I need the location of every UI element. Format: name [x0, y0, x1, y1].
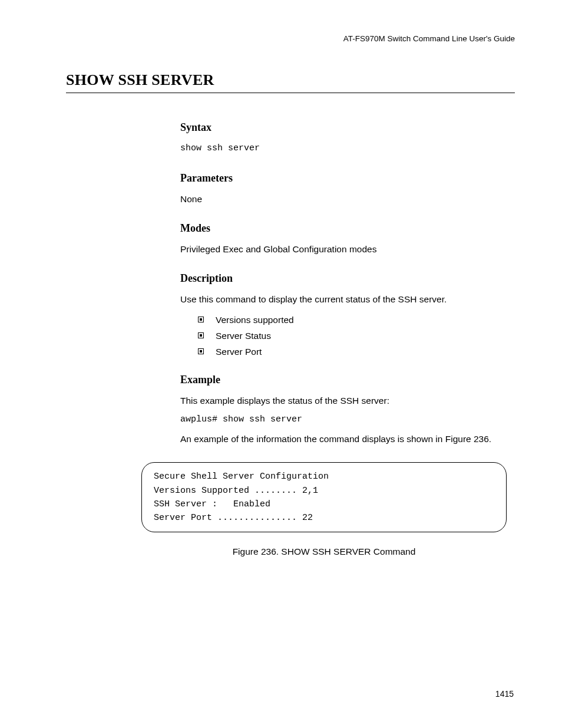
section-heading-parameters: Parameters: [180, 172, 515, 185]
list-item: Server Status: [198, 331, 515, 341]
bullet-text: Server Port: [216, 347, 262, 357]
section-heading-example: Example: [180, 374, 515, 386]
bullet-icon: [198, 348, 204, 354]
description-bullet-list: Versions supported Server Status Server …: [198, 315, 515, 357]
page: AT-FS970M Switch Command Line User's Gui…: [0, 0, 562, 728]
list-item: Server Port: [198, 347, 515, 357]
figure-caption: Figure 236. SHOW SSH SERVER Command: [141, 546, 507, 557]
page-title: SHOW SSH SERVER: [66, 71, 515, 93]
example-command: awplus# show ssh server: [180, 413, 515, 427]
figure-output-box: Secure Shell Server Configuration Versio…: [141, 462, 507, 532]
parameters-text: None: [180, 193, 515, 206]
content-body: Syntax show ssh server Parameters None M…: [180, 121, 515, 446]
output-line: SSH Server : Enabled: [154, 498, 494, 511]
bullet-icon: [198, 317, 204, 322]
syntax-command: show ssh server: [180, 142, 515, 156]
description-intro: Use this command to display the current …: [180, 293, 515, 306]
modes-text: Privileged Exec and Global Configuration…: [180, 243, 515, 256]
bullet-text: Versions supported: [216, 315, 294, 325]
figure-container: Secure Shell Server Configuration Versio…: [141, 462, 515, 557]
output-line: Versions Supported ........ 2,1: [154, 484, 494, 498]
example-outro: An example of the information the comman…: [180, 433, 515, 446]
list-item: Versions supported: [198, 315, 515, 325]
page-number: 1415: [495, 689, 514, 699]
section-heading-modes: Modes: [180, 222, 515, 235]
section-heading-description: Description: [180, 272, 515, 285]
output-line: Server Port ............... 22: [154, 511, 494, 525]
bullet-text: Server Status: [216, 331, 271, 341]
section-heading-syntax: Syntax: [180, 121, 515, 134]
example-intro: This example displays the status of the …: [180, 394, 515, 407]
output-line: Secure Shell Server Configuration: [154, 470, 494, 483]
document-header: AT-FS970M Switch Command Line User's Gui…: [66, 34, 515, 43]
bullet-icon: [198, 332, 204, 338]
